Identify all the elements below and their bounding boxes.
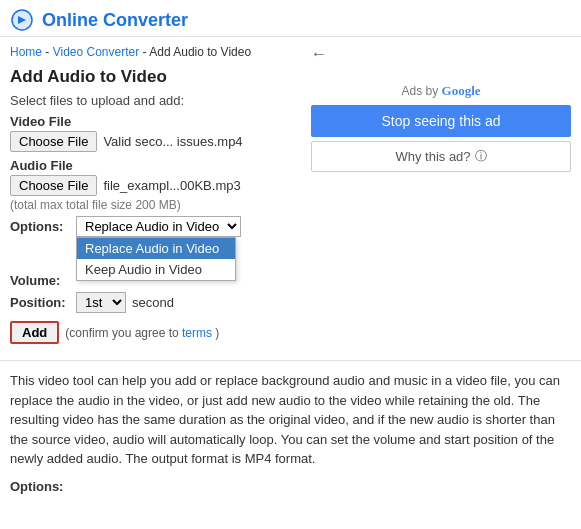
- dropdown-item-replace[interactable]: Replace Audio in Video: [77, 238, 235, 259]
- options-label: Options:: [10, 219, 70, 234]
- dropdown-item-keep[interactable]: Keep Audio in Video: [77, 259, 235, 280]
- back-arrow-icon[interactable]: ←: [311, 45, 571, 63]
- breadcrumb-current: Add Audio to Video: [149, 45, 251, 59]
- breadcrumb: Home - Video Converter - Add Audio to Vi…: [10, 45, 301, 59]
- options-dropdown-menu: Replace Audio in Video Keep Audio in Vid…: [76, 237, 236, 281]
- add-row: Add (confirm you agree to terms ): [10, 321, 301, 344]
- breadcrumb-video-converter[interactable]: Video Converter: [53, 45, 140, 59]
- video-filename: Valid seco... issues.mp4: [103, 134, 242, 149]
- audio-file-label: Audio File: [10, 158, 301, 173]
- google-label: Google: [442, 83, 481, 98]
- terms-link[interactable]: terms: [182, 326, 212, 340]
- video-choose-file-button[interactable]: Choose File: [10, 131, 97, 152]
- app-header: Online Converter: [0, 0, 581, 37]
- options-footer: Options:: [10, 477, 571, 497]
- stop-seeing-ad-button[interactable]: Stop seeing this ad: [311, 105, 571, 137]
- description-area: This video tool can help you add or repl…: [0, 360, 581, 506]
- video-file-label: Video File: [10, 114, 301, 129]
- add-button[interactable]: Add: [10, 321, 59, 344]
- confirm-text: (confirm you agree to terms ): [65, 326, 219, 340]
- ad-panel: ← Ads by Google Stop seeing this ad Why …: [311, 45, 571, 344]
- position-select[interactable]: 1st 2nd 3rd: [76, 292, 126, 313]
- audio-choose-file-button[interactable]: Choose File: [10, 175, 97, 196]
- breadcrumb-home[interactable]: Home: [10, 45, 42, 59]
- select-files-label: Select files to upload and add:: [10, 93, 301, 108]
- ads-by-google: Ads by Google: [311, 83, 571, 99]
- options-dropdown-container: Replace Audio in Video Keep Audio in Vid…: [76, 216, 241, 237]
- options-select[interactable]: Replace Audio in Video Keep Audio in Vid…: [76, 216, 241, 237]
- description-paragraph: This video tool can help you add or repl…: [10, 371, 571, 469]
- position-label: Position:: [10, 295, 70, 310]
- video-file-row: Choose File Valid seco... issues.mp4: [10, 131, 301, 152]
- why-this-ad-button[interactable]: Why this ad? ⓘ: [311, 141, 571, 172]
- second-label: second: [132, 295, 174, 310]
- volume-label: Volume:: [10, 273, 70, 288]
- why-ad-label: Why this ad?: [395, 149, 470, 164]
- position-row: Position: 1st 2nd 3rd second: [10, 292, 301, 313]
- main-layout: Home - Video Converter - Add Audio to Vi…: [0, 37, 581, 352]
- options-row: Options: Replace Audio in Video Keep Aud…: [10, 216, 301, 237]
- left-panel: Home - Video Converter - Add Audio to Vi…: [10, 45, 301, 344]
- audio-file-row: Choose File file_exampl...00KB.mp3: [10, 175, 301, 196]
- info-icon: ⓘ: [475, 148, 487, 165]
- app-title: Online Converter: [42, 10, 188, 31]
- page-title: Add Audio to Video: [10, 67, 301, 87]
- audio-filename: file_exampl...00KB.mp3: [103, 178, 240, 193]
- app-logo-icon: [10, 8, 34, 32]
- file-size-note: (total max total file size 200 MB): [10, 198, 301, 212]
